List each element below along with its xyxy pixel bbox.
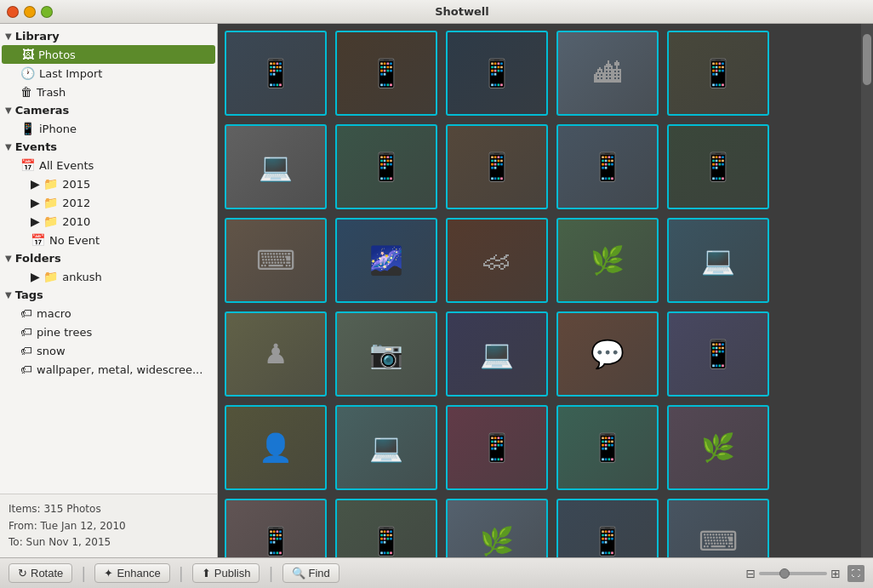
iphone-label: iPhone — [39, 123, 77, 135]
photo-thumbnail[interactable]: 💻 — [667, 218, 769, 303]
photo-thumbnail[interactable]: ⌨ — [225, 218, 327, 303]
photo-thumbnail[interactable]: 📱 — [446, 124, 548, 209]
all-events-label: All Events — [39, 159, 94, 172]
sidebar-item-ankush[interactable]: ▶ 📁 ankush — [0, 267, 217, 286]
publish-button[interactable]: ⬆ Publish — [192, 563, 260, 583]
zoom-in-icon: ⊞ — [830, 567, 841, 580]
publish-label: Publish — [214, 567, 251, 579]
separator-1: | — [81, 564, 86, 582]
tag-pine-icon: 🏷 — [20, 325, 32, 339]
sidebar: ▼ Library 🖼 Photos 🕐 Last Import 🗑 Trash… — [0, 24, 218, 557]
enhance-button[interactable]: ✦ Enhance — [94, 563, 169, 583]
rotate-button[interactable]: ↻ Rotate — [9, 563, 72, 583]
photo-thumbnail[interactable]: 💻 — [446, 311, 548, 397]
folder-icon-2012: ▶ 📁 — [31, 196, 58, 209]
sidebar-footer: Items: 315 Photos From: Tue Jan 12, 2010… — [0, 494, 217, 557]
items-label: Items: — [9, 503, 41, 515]
maximize-button[interactable] — [41, 6, 53, 18]
ankush-folder-icon: ▶ 📁 — [31, 270, 58, 283]
events-arrow: ▼ — [5, 142, 12, 151]
sidebar-section-cameras[interactable]: ▼ Cameras — [0, 101, 217, 119]
sidebar-item-tag-wallpaper[interactable]: 🏷 wallpaper, metal, widescree... — [0, 360, 217, 379]
scrollbar-thumb[interactable] — [863, 34, 871, 85]
photo-thumbnail[interactable]: 🏙 — [556, 31, 659, 116]
sidebar-item-tag-macro[interactable]: 🏷 macro — [0, 304, 217, 323]
photo-thumbnail[interactable]: 📱 — [335, 31, 437, 116]
tag-wallpaper-icon: 🏷 — [20, 363, 32, 376]
sidebar-section-folders[interactable]: ▼ Folders — [0, 249, 217, 267]
year-2012-label: 2012 — [62, 197, 90, 209]
photo-thumbnail[interactable]: 📱 — [667, 31, 769, 116]
scrollbar[interactable] — [861, 24, 873, 557]
photo-thumbnail[interactable]: 💬 — [556, 311, 659, 397]
photo-thumbnail[interactable]: 💻 — [335, 405, 437, 490]
photo-thumbnail[interactable]: 📱 — [446, 31, 548, 116]
folder-icon-2010: ▶ 📁 — [31, 214, 58, 228]
sidebar-item-all-events[interactable]: 📅 All Events — [0, 156, 217, 174]
tag-wallpaper-label: wallpaper, metal, widescree... — [37, 363, 203, 376]
minimize-button[interactable] — [24, 6, 36, 18]
photo-thumbnail[interactable]: 📱 — [335, 499, 437, 557]
photo-thumbnail[interactable]: ♟ — [225, 311, 327, 397]
photo-thumbnail[interactable]: 📱 — [225, 31, 327, 116]
tag-pine-trees-label: pine trees — [37, 326, 92, 339]
year-2010-label: 2010 — [62, 215, 90, 228]
sidebar-item-tag-snow[interactable]: 🏷 snow — [0, 341, 217, 360]
photo-thumbnail[interactable]: 📱 — [225, 499, 327, 557]
photo-thumbnail[interactable]: 🌌 — [335, 218, 437, 303]
photo-thumbnail[interactable]: 📷 — [335, 311, 437, 397]
photo-thumbnail[interactable]: 💻 — [225, 124, 327, 209]
fullscreen-button[interactable]: ⛶ — [847, 565, 864, 582]
titlebar: Shotwell — [0, 0, 873, 24]
photos-icon: 🖼 — [22, 48, 34, 61]
library-label: Library — [15, 30, 60, 43]
sidebar-item-2015[interactable]: ▶ 📁 2015 — [0, 174, 217, 193]
photo-thumbnail[interactable]: 🏎 — [446, 218, 548, 303]
photos-label: Photos — [38, 49, 76, 61]
photo-thumbnail[interactable]: 📱 — [556, 499, 659, 557]
cameras-arrow: ▼ — [5, 106, 12, 115]
photo-thumbnail[interactable]: 🌿 — [667, 405, 769, 490]
photo-thumbnail[interactable]: 📱 — [667, 124, 769, 209]
sidebar-item-2010[interactable]: ▶ 📁 2010 — [0, 212, 217, 231]
photo-thumbnail[interactable]: 📱 — [446, 405, 548, 490]
sidebar-item-photos[interactable]: 🖼 Photos — [2, 45, 215, 64]
ankush-label: ankush — [62, 271, 102, 283]
find-icon: 🔍 — [292, 567, 305, 579]
cameras-label: Cameras — [15, 104, 70, 117]
photo-thumbnail[interactable]: 🌿 — [556, 218, 659, 303]
sidebar-item-no-event[interactable]: 📅 No Event — [0, 231, 217, 249]
photo-thumbnail[interactable]: 👤 — [225, 405, 327, 490]
photo-grid: 📱📱📱🏙📱💻📱📱📱📱⌨🌌🏎🌿💻♟📷💻💬📱👤💻📱📱🌿📱📱🌿macro, pin..… — [218, 24, 861, 557]
from-value: Tue Jan 12, 2010 — [41, 520, 126, 532]
photo-thumbnail[interactable]: 🌿macro, pin... — [446, 499, 548, 557]
close-button[interactable] — [7, 6, 19, 18]
photo-thumbnail[interactable]: ⌨ — [667, 499, 769, 557]
sidebar-section-events[interactable]: ▼ Events — [0, 138, 217, 156]
to-info: To: Sun Nov 1, 2015 — [9, 534, 208, 551]
sidebar-item-tag-pine-trees[interactable]: 🏷 pine trees — [0, 323, 217, 341]
photo-thumbnail[interactable]: 📱 — [335, 124, 437, 209]
sidebar-section-tags[interactable]: ▼ Tags — [0, 286, 217, 304]
separator-2: | — [179, 564, 184, 582]
trash-label: Trash — [37, 86, 66, 99]
zoom-slider[interactable] — [759, 572, 827, 575]
photo-thumbnail[interactable]: 📱 — [667, 311, 769, 397]
items-info: Items: 315 Photos — [9, 501, 208, 517]
find-label: Find — [309, 567, 330, 579]
last-import-label: Last Import — [39, 67, 102, 80]
sidebar-item-last-import[interactable]: 🕐 Last Import — [0, 64, 217, 83]
photo-thumbnail[interactable]: 📱 — [556, 124, 659, 209]
sidebar-item-trash[interactable]: 🗑 Trash — [0, 83, 217, 101]
sidebar-item-iphone[interactable]: 📱 iPhone — [0, 119, 217, 138]
find-button[interactable]: 🔍 Find — [282, 563, 340, 583]
no-event-icon: 📅 — [31, 233, 45, 247]
events-label: Events — [15, 140, 57, 153]
fullscreen-icon: ⛶ — [852, 568, 860, 578]
tag-macro-icon: 🏷 — [20, 306, 32, 320]
sidebar-section-library[interactable]: ▼ Library — [0, 27, 217, 45]
photo-thumbnail[interactable]: 📱 — [556, 405, 659, 490]
sidebar-item-2012[interactable]: ▶ 📁 2012 — [0, 193, 217, 212]
zoom-slider-thumb — [779, 568, 790, 579]
year-2015-label: 2015 — [62, 178, 90, 191]
